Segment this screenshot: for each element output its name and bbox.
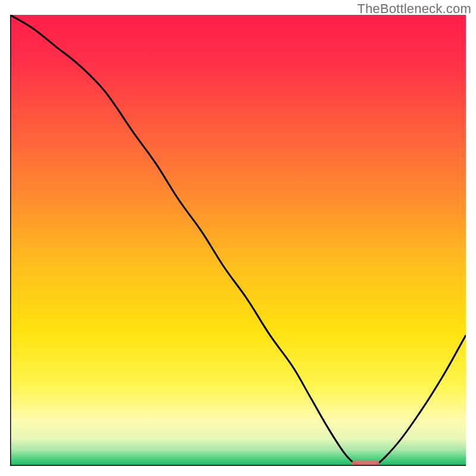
plot-area [10, 15, 466, 466]
chart-container: TheBottleneck.com [0, 0, 476, 476]
gradient-background [10, 15, 466, 466]
chart-svg [10, 15, 466, 466]
